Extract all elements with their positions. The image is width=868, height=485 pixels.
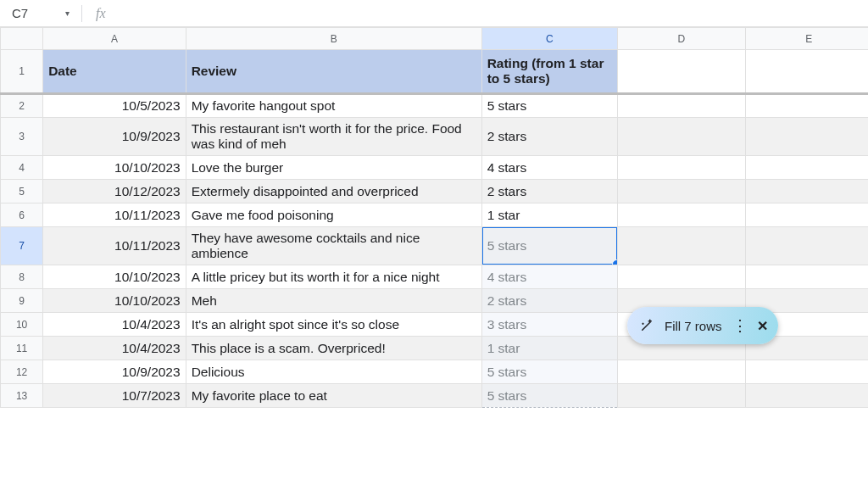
cell-review[interactable]: Extermely disappointed and overpriced [186,180,481,203]
cell-review[interactable]: Gave me food poisoning [186,203,481,227]
cell-rating-active[interactable]: 5 stars [481,227,617,265]
table-row: 7 10/11/2023 They have awesome cocktails… [1,227,869,265]
select-all-corner[interactable] [1,28,43,50]
cell-rating[interactable]: 4 stars [481,156,617,180]
magic-wand-icon [639,318,654,333]
cell-empty[interactable] [618,203,745,227]
cell-date[interactable]: 10/12/2023 [43,180,186,203]
col-header-D[interactable]: D [618,28,745,50]
cell-D1[interactable] [618,50,745,94]
row-header-1[interactable]: 1 [1,50,43,94]
table-row: 13 10/7/2023 My favorite place to eat 5 … [1,384,869,408]
cell-empty[interactable] [618,180,745,203]
cell-rating-suggested[interactable]: 4 stars [481,265,617,289]
cell-rating-suggested[interactable]: 3 stars [481,313,617,337]
fx-icon: fx [89,6,106,21]
cell-review[interactable]: My favorite hangout spot [186,94,481,118]
cell-empty[interactable] [618,384,745,408]
row-header[interactable]: 7 [1,227,43,265]
cell-empty[interactable] [745,156,868,180]
cell-empty[interactable] [745,384,868,408]
cell-empty[interactable] [745,118,868,156]
divider [81,5,82,22]
cell-empty[interactable] [618,118,745,156]
cell-empty[interactable] [745,94,868,118]
row-header[interactable]: 10 [1,313,43,337]
col-header-B[interactable]: B [186,28,481,50]
row-header[interactable]: 9 [1,289,43,313]
cell-review[interactable]: A little pricey but its worth it for a n… [186,265,481,289]
row-header[interactable]: 11 [1,337,43,360]
row-header[interactable]: 12 [1,360,43,384]
row-header[interactable]: 13 [1,384,43,408]
table-row: 3 10/9/2023 This restaurant isn't worth … [1,118,869,156]
name-box-bar: C7 ▾ fx [0,0,868,27]
cell-rating[interactable]: 5 stars [481,94,617,118]
cell-date[interactable]: 10/4/2023 [43,337,186,360]
cell-date[interactable]: 10/9/2023 [43,360,186,384]
row-header[interactable]: 2 [1,94,43,118]
data-header-row: 1 Date Review Rating (from 1 star to 5 s… [1,50,869,94]
column-header-row: A B C D E [1,28,869,50]
cell-date[interactable]: 10/4/2023 [43,313,186,337]
cell-date[interactable]: 10/5/2023 [43,94,186,118]
cell-rating-suggested[interactable]: 2 stars [481,289,617,313]
cell-empty[interactable] [618,265,745,289]
col-header-E[interactable]: E [745,28,868,50]
row-header[interactable]: 4 [1,156,43,180]
grid-table: A B C D E 1 Date Review Rating (from 1 s… [0,27,868,408]
cell-review[interactable]: My favorite place to eat [186,384,481,408]
cell-empty[interactable] [745,203,868,227]
name-box-dropdown-icon[interactable]: ▾ [65,8,70,18]
name-box-value: C7 [12,6,28,20]
cell-review[interactable]: Delicious [186,360,481,384]
cell-date[interactable]: 10/10/2023 [43,289,186,313]
cell-date[interactable]: 10/10/2023 [43,156,186,180]
col-header-A[interactable]: A [43,28,186,50]
cell-date[interactable]: 10/10/2023 [43,265,186,289]
row-header[interactable]: 5 [1,180,43,203]
cell-review[interactable]: Love the burger [186,156,481,180]
cell-review[interactable]: Meh [186,289,481,313]
cell-empty[interactable] [745,180,868,203]
row-header[interactable]: 8 [1,265,43,289]
close-icon[interactable]: ✕ [757,318,768,334]
cell-rating[interactable]: 2 stars [481,118,617,156]
smart-fill-chip[interactable]: Fill 7 rows ⋮ ✕ [627,307,778,344]
cell-date[interactable]: 10/11/2023 [43,203,186,227]
cell-review[interactable]: It's an alright spot since it's so close [186,313,481,337]
cell-empty[interactable] [618,94,745,118]
cell-date[interactable]: 10/7/2023 [43,384,186,408]
more-options-icon[interactable]: ⋮ [732,318,747,333]
cell-empty[interactable] [745,227,868,265]
cell-review[interactable]: This restaurant isn't worth it for the p… [186,118,481,156]
cell-review[interactable]: They have awesome cocktails and nice amb… [186,227,481,265]
cell-date[interactable]: 10/11/2023 [43,227,186,265]
cell-rating[interactable]: 2 stars [481,180,617,203]
cell-rating-suggested[interactable]: 5 stars [481,384,617,408]
row-header[interactable]: 3 [1,118,43,156]
cell-rating[interactable]: 1 star [481,203,617,227]
cell-empty[interactable] [618,227,745,265]
header-rating[interactable]: Rating (from 1 star to 5 stars) [481,50,617,94]
name-box[interactable]: C7 ▾ [7,4,75,22]
cell-E1[interactable] [745,50,868,94]
header-date[interactable]: Date [43,50,186,94]
cell-review[interactable]: This place is a scam. Overpriced! [186,337,481,360]
table-row: 8 10/10/2023 A little pricey but its wor… [1,265,869,289]
cell-rating-suggested[interactable]: 1 star [481,337,617,360]
cell-empty[interactable] [745,360,868,384]
smart-fill-label: Fill 7 rows [665,319,722,333]
cell-empty[interactable] [745,265,868,289]
cell-date[interactable]: 10/9/2023 [43,118,186,156]
header-review[interactable]: Review [186,50,481,94]
formula-bar-input[interactable] [113,5,868,22]
col-header-C[interactable]: C [481,28,617,50]
row-header[interactable]: 6 [1,203,43,227]
cell-rating-suggested[interactable]: 5 stars [481,360,617,384]
spreadsheet-grid: A B C D E 1 Date Review Rating (from 1 s… [0,27,868,408]
cell-empty[interactable] [618,360,745,384]
table-row: 2 10/5/2023 My favorite hangout spot 5 s… [1,94,869,118]
cell-empty[interactable] [618,156,745,180]
table-row: 12 10/9/2023 Delicious 5 stars [1,360,869,384]
